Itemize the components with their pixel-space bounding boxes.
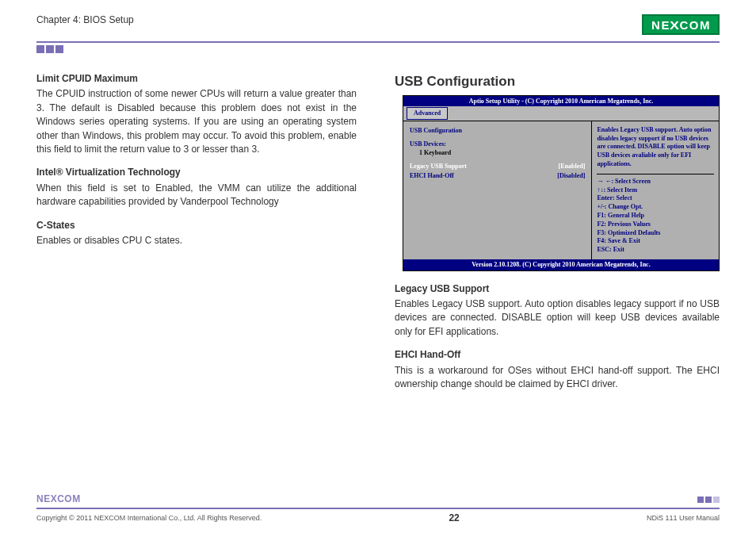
bios-key-5: F1: General Help: [597, 212, 714, 220]
bios-key-help: → ←: Select Screen ↑↓: Select Item Enter…: [597, 174, 714, 255]
cstates-heading: C-States: [36, 219, 357, 232]
bios-body: USB Configuration USB Devices: 1 Keyboar…: [403, 121, 719, 259]
usb-config-title: USB Configuration: [395, 72, 720, 92]
ehci-body: This is a workaround for OSes without EH…: [395, 364, 720, 392]
intel-vt-body: When this field is set to Enabled, the V…: [36, 182, 357, 209]
bios-section-label: USB Configuration: [410, 126, 585, 135]
footer-rule: [36, 508, 720, 509]
footer-doc: NDiS 111 User Manual: [647, 514, 720, 522]
bios-row-legacy: Legacy USB Support [Enabled]: [410, 162, 585, 171]
bios-key-1: → ←: Select Screen: [597, 178, 714, 186]
limit-cpuid-body: The CPUID instruction of some newer CPUs…: [36, 87, 357, 156]
footer-row: Copyright © 2011 NEXCOM International Co…: [36, 512, 720, 523]
bios-key-4: +/-: Change Opt.: [597, 203, 714, 212]
footer-squares: [697, 497, 720, 503]
bios-legacy-label: Legacy USB Support: [410, 162, 467, 171]
legacy-usb-heading: Legacy USB Support: [395, 282, 720, 296]
limit-cpuid-heading: Limit CPUID Maximum: [36, 72, 357, 86]
bios-key-3: Enter: Select: [597, 194, 714, 203]
bios-tabbar: Advanced: [403, 106, 719, 121]
footer-logo: NEXCOM: [36, 493, 81, 504]
legacy-usb-body: Enables Legacy USB support. Auto option …: [395, 297, 720, 339]
intel-vt-heading: Intel® Virtualization Technology: [36, 166, 357, 179]
page-number: 22: [449, 512, 459, 523]
content-area: Limit CPUID Maximum The CPUID instructio…: [36, 72, 720, 401]
bios-left-pane: USB Configuration USB Devices: 1 Keyboar…: [403, 121, 592, 259]
bios-screenshot: Aptio Setup Utility - (C) Copyright 2010…: [403, 95, 720, 271]
right-column: USB Configuration Aptio Setup Utility - …: [395, 72, 720, 401]
nexcom-logo: NEXCOM: [642, 14, 720, 35]
bios-titlebar: Aptio Setup Utility - (C) Copyright 2010…: [403, 96, 719, 107]
bios-ehci-value: [Disabled]: [557, 171, 585, 180]
bios-tab-advanced: Advanced: [407, 107, 448, 120]
cstates-body: Enables or disables CPU C states.: [36, 234, 357, 247]
bios-right-pane: Enables Legacy USB support. Auto option …: [592, 121, 719, 259]
left-column: Limit CPUID Maximum The CPUID instructio…: [36, 72, 357, 401]
header-rule: [36, 41, 720, 43]
page-header: Chapter 4: BIOS Setup NEXCOM: [36, 14, 720, 40]
bios-footer: Version 2.10.1208. (C) Copyright 2010 Am…: [403, 259, 719, 270]
bios-key-7: F3: Optimized Defaults: [597, 229, 714, 238]
bios-legacy-value: [Enabled]: [559, 162, 586, 171]
bios-key-6: F2: Previous Values: [597, 220, 714, 229]
page-footer: NEXCOM Copyright © 2011 NEXCOM Internati…: [36, 508, 720, 523]
bios-row-ehci: EHCI Hand-Off [Disabled]: [410, 171, 585, 180]
bios-ehci-label: EHCI Hand-Off: [410, 171, 454, 180]
footer-copyright: Copyright © 2011 NEXCOM International Co…: [36, 514, 262, 522]
bios-key-2: ↑↓: Select Item: [597, 186, 714, 195]
bios-key-8: F4: Save & Exit: [597, 237, 714, 246]
bios-devices-value: 1 Keyboard: [410, 148, 585, 157]
decor-squares: [36, 45, 720, 53]
bios-help-text: Enables Legacy USB support. Auto option …: [597, 126, 714, 169]
bios-key-9: ESC: Exit: [597, 246, 714, 255]
ehci-heading: EHCI Hand-Off: [395, 348, 720, 362]
bios-devices-label: USB Devices:: [410, 140, 585, 148]
chapter-label: Chapter 4: BIOS Setup: [36, 14, 134, 25]
